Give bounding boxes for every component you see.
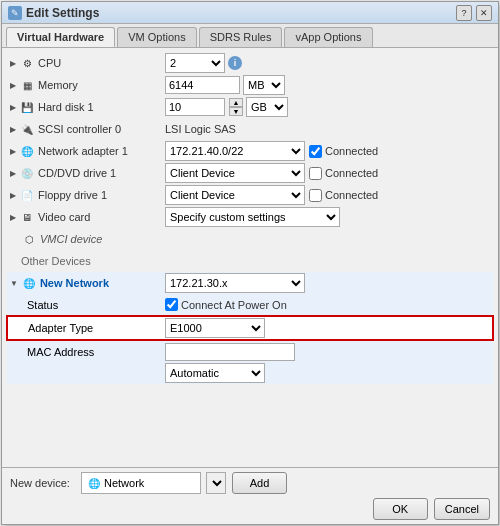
floppy-select[interactable]: Client Device: [165, 185, 305, 205]
memory-unit-select[interactable]: MB GB: [243, 75, 285, 95]
memory-input[interactable]: [165, 76, 240, 94]
mac-type-row: Automatic Manual: [7, 362, 493, 384]
table-row: ▶ ⚙ CPU 2 1 4 8 i: [7, 52, 493, 74]
harddisk-name: Hard disk 1: [38, 101, 94, 113]
adapter-type-select[interactable]: E1000 VMXNET3 VMXNET2: [165, 318, 265, 338]
edit-settings-window: ✎ Edit Settings ? ✕ Virtual Hardware VM …: [1, 1, 499, 525]
floppy-label: ▶ 📄 Floppy drive 1: [10, 188, 159, 202]
mac-type-value-cell: Automatic Manual: [162, 362, 493, 384]
harddisk-label: ▶ 💾 Hard disk 1: [10, 100, 159, 114]
new-network-expand[interactable]: ▼: [10, 279, 18, 288]
mac-type-label-cell: [7, 362, 162, 384]
netadapter-expand[interactable]: ▶: [10, 147, 16, 156]
vmci-value-cell: [162, 228, 493, 250]
new-network-value-cell: 172.21.30.x: [162, 272, 493, 294]
cddvd-select[interactable]: Client Device: [165, 163, 305, 183]
table-row: ▶ ▦ Memory MB GB: [7, 74, 493, 96]
floppy-value-cell: Client Device Connected: [162, 184, 493, 206]
tab-sdrs-rules[interactable]: SDRS Rules: [199, 27, 283, 47]
ok-button[interactable]: OK: [373, 498, 428, 520]
title-bar-left: ✎ Edit Settings: [8, 6, 99, 20]
netadapter-select[interactable]: 172.21.40.0/22: [165, 141, 305, 161]
cddvd-name: CD/DVD drive 1: [38, 167, 116, 179]
floppy-name: Floppy drive 1: [38, 189, 107, 201]
cddvd-icon: 💿: [19, 166, 35, 180]
new-network-ip-select[interactable]: 172.21.30.x: [165, 273, 305, 293]
table-row: Other Devices: [7, 250, 493, 272]
harddisk-spin-up[interactable]: ▲: [229, 98, 243, 107]
netadapter-connected-checkbox[interactable]: [309, 145, 322, 158]
cancel-button[interactable]: Cancel: [434, 498, 490, 520]
cddvd-connected-label: Connected: [309, 167, 378, 180]
add-device-button[interactable]: Add: [232, 472, 287, 494]
title-bar: ✎ Edit Settings ? ✕: [2, 2, 498, 24]
new-device-type-select[interactable]: [206, 472, 226, 494]
scsi-value: LSI Logic SAS: [165, 123, 236, 135]
window-icon: ✎: [8, 6, 22, 20]
tab-virtual-hardware[interactable]: Virtual Hardware: [6, 27, 115, 47]
memory-device-cell: ▶ ▦ Memory: [7, 74, 162, 96]
cddvd-expand[interactable]: ▶: [10, 169, 16, 178]
hardware-content: ▶ ⚙ CPU 2 1 4 8 i: [2, 48, 498, 467]
table-row: ▶ 🌐 Network adapter 1 172.21.40.0/22 Con…: [7, 140, 493, 162]
help-button[interactable]: ?: [456, 5, 472, 21]
new-network-name: New Network: [40, 277, 109, 289]
harddisk-unit-select[interactable]: GB MB TB: [246, 97, 288, 117]
adapter-type-row: Adapter Type E1000 VMXNET3 VMXNET2: [7, 316, 493, 340]
new-device-row: New device: 🌐 Network Add: [10, 472, 490, 494]
new-network-icon: 🌐: [21, 276, 37, 290]
other-devices-name: Other Devices: [21, 255, 91, 267]
new-network-device-cell: ▼ 🌐 New Network: [7, 272, 162, 294]
cpu-info-icon[interactable]: i: [228, 56, 242, 70]
scsi-device-cell: ▶ 🔌 SCSI controller 0: [7, 118, 162, 140]
hardware-table: ▶ ⚙ CPU 2 1 4 8 i: [6, 52, 494, 384]
cddvd-device-cell: ▶ 💿 CD/DVD drive 1: [7, 162, 162, 184]
scsi-expand[interactable]: ▶: [10, 125, 16, 134]
harddisk-input[interactable]: [165, 98, 225, 116]
mac-type-select[interactable]: Automatic Manual: [165, 363, 265, 383]
videocard-icon: 🖥: [19, 210, 35, 224]
cddvd-connected-checkbox[interactable]: [309, 167, 322, 180]
floppy-expand[interactable]: ▶: [10, 191, 16, 200]
netadapter-name: Network adapter 1: [38, 145, 128, 157]
mac-value-cell: [162, 340, 493, 362]
window-title: Edit Settings: [26, 6, 99, 20]
scsi-label: ▶ 🔌 SCSI controller 0: [10, 122, 159, 136]
scsi-icon: 🔌: [19, 122, 35, 136]
tab-vm-options[interactable]: VM Options: [117, 27, 196, 47]
netadapter-icon: 🌐: [19, 144, 35, 158]
cpu-label: ▶ ⚙ CPU: [10, 56, 159, 70]
network-device-label: Network: [104, 477, 144, 489]
floppy-icon: 📄: [19, 188, 35, 202]
mac-row: MAC Address: [7, 340, 493, 362]
cpu-value-cell: 2 1 4 8 i: [162, 52, 493, 74]
close-button[interactable]: ✕: [476, 5, 492, 21]
memory-expand[interactable]: ▶: [10, 81, 16, 90]
floppy-device-cell: ▶ 📄 Floppy drive 1: [7, 184, 162, 206]
vmci-icon: ⬡: [21, 232, 37, 246]
harddisk-spin-down[interactable]: ▼: [229, 107, 243, 116]
cpu-select[interactable]: 2 1 4 8: [165, 53, 225, 73]
floppy-connected-checkbox[interactable]: [309, 189, 322, 202]
cpu-icon: ⚙: [19, 56, 35, 70]
videocard-expand[interactable]: ▶: [10, 213, 16, 222]
mac-input[interactable]: [165, 343, 295, 361]
cpu-expand[interactable]: ▶: [10, 59, 16, 68]
network-device-icon: 🌐: [88, 478, 100, 489]
connect-power-on-checkbox[interactable]: [165, 298, 178, 311]
status-label: Status: [27, 299, 58, 311]
videocard-device-cell: ▶ 🖥 Video card: [7, 206, 162, 228]
other-devices-label: Other Devices: [10, 255, 490, 267]
tab-vapp-options[interactable]: vApp Options: [284, 27, 372, 47]
harddisk-spin-group: ▲ ▼: [229, 98, 243, 116]
adapter-type-label-cell: Adapter Type: [7, 316, 162, 340]
cddvd-label: ▶ 💿 CD/DVD drive 1: [10, 166, 159, 180]
memory-value-cell: MB GB: [162, 74, 493, 96]
memory-label: ▶ ▦ Memory: [10, 78, 159, 92]
tabs-row: Virtual Hardware VM Options SDRS Rules v…: [2, 24, 498, 48]
memory-name: Memory: [38, 79, 78, 91]
new-device-select-container: 🌐 Network: [81, 472, 201, 494]
videocard-select[interactable]: Specify custom settings: [165, 207, 340, 227]
memory-icon: ▦: [19, 78, 35, 92]
harddisk-expand[interactable]: ▶: [10, 103, 16, 112]
